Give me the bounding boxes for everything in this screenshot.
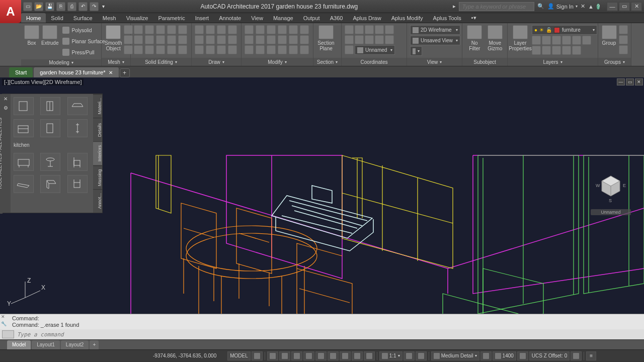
search-button-icon[interactable]: 🔍 — [537, 3, 544, 10]
draw-tool-icon[interactable] — [228, 25, 237, 34]
dynucs-toggle[interactable] — [352, 351, 363, 360]
modify-tool-icon[interactable] — [267, 35, 276, 44]
osnap-toggle[interactable] — [315, 351, 327, 360]
view-options-dropdown[interactable]: ▾ — [410, 46, 422, 56]
palette-close-icon[interactable]: ✕ — [4, 96, 10, 102]
smooth-object-button[interactable]: Smooth Object — [105, 25, 122, 51]
tab-aplus-modify[interactable]: Aplus Modify — [386, 13, 428, 23]
new-tab-button[interactable]: + — [120, 68, 130, 77]
no-filter-button[interactable]: No Filter — [465, 25, 484, 51]
layer-tool-icon[interactable] — [532, 36, 541, 45]
panel-label-draw[interactable]: Draw▾ — [192, 58, 241, 66]
qat-more-icon[interactable]: ▾ — [101, 2, 106, 11]
tab-parametric[interactable]: Parametric — [153, 13, 190, 23]
cmd-wrench-icon[interactable]: 🔧 — [1, 321, 8, 327]
tab-view[interactable]: View — [246, 13, 268, 23]
coord-tool-icon[interactable] — [385, 25, 394, 34]
modify-tool-icon[interactable] — [278, 25, 287, 34]
solid-tool-icon[interactable] — [134, 25, 143, 34]
coord-tool-icon[interactable] — [375, 25, 384, 34]
palette-tab[interactable]: Details — [93, 118, 102, 141]
draw-tool-icon[interactable] — [217, 35, 226, 44]
panel-label-modeling[interactable]: Modeling▾ — [21, 59, 101, 66]
tab-visualize[interactable]: Visualize — [121, 13, 153, 23]
palette-item[interactable] — [14, 153, 34, 171]
modify-tool-icon[interactable] — [245, 45, 254, 54]
layer-tool-icon[interactable] — [562, 36, 571, 45]
command-prompt-icon[interactable]: ▷_ — [2, 330, 14, 338]
modify-tool-icon[interactable] — [300, 45, 309, 54]
elevation-button[interactable]: 1400 — [493, 351, 516, 360]
command-input[interactable] — [17, 331, 642, 338]
modify-tool-icon[interactable] — [245, 25, 254, 34]
modify-tool-icon[interactable] — [256, 35, 265, 44]
detail-level-button[interactable]: Medium Detail▾ — [431, 351, 479, 360]
qat-open-icon[interactable]: 📂 — [34, 2, 43, 11]
panel-label-mesh[interactable]: Mesh▾ — [102, 58, 130, 66]
app-menu-button[interactable]: A — [0, 0, 21, 23]
group-tool-icon[interactable] — [619, 35, 628, 44]
isodraft-toggle[interactable] — [303, 351, 314, 360]
saved-view-dropdown[interactable]: Unsaved View▾ — [410, 36, 460, 45]
solid-tool-icon[interactable] — [167, 45, 176, 54]
coord-tool-icon[interactable] — [375, 35, 384, 44]
layer-tool-icon[interactable] — [552, 36, 561, 45]
panel-label-modify[interactable]: Modify▾ — [242, 58, 313, 66]
modify-tool-icon[interactable] — [289, 25, 298, 34]
coord-tool-icon[interactable] — [345, 25, 354, 34]
minimize-button[interactable]: — — [607, 2, 618, 11]
modify-tool-icon[interactable] — [289, 35, 298, 44]
solid-tool-icon[interactable] — [167, 25, 176, 34]
qat-save-icon[interactable]: 💾 — [45, 2, 54, 11]
draw-tool-icon[interactable] — [217, 25, 226, 34]
modify-tool-icon[interactable] — [300, 35, 309, 44]
tab-annotate[interactable]: Annotate — [214, 13, 246, 23]
group-button[interactable]: Group — [601, 25, 617, 46]
layout-tab[interactable]: Layout2 — [61, 340, 89, 349]
layer-dropdown[interactable]: ● ☀ 🔓 furniture▾ — [532, 25, 597, 35]
snap-toggle[interactable] — [267, 351, 278, 360]
polysolid-button[interactable]: Polysolid — [60, 25, 107, 35]
coord-tool-icon[interactable] — [385, 35, 394, 44]
tab-output[interactable]: Output — [298, 13, 325, 23]
tab-manage[interactable]: Manage — [268, 13, 298, 23]
modify-tool-icon[interactable] — [289, 45, 298, 54]
palette-tab[interactable]: Materi... — [93, 94, 102, 118]
panel-label-section[interactable]: Section▾ — [313, 58, 341, 66]
tool-palette[interactable]: TOOL PALETTES - ALL PALETTES ✕ ⚙ kitchen… — [2, 94, 103, 213]
move-gizmo-button[interactable]: Move Gizmo — [486, 25, 505, 51]
panel-label-layers[interactable]: Layers▾ — [508, 58, 598, 66]
tab-home[interactable]: Home — [21, 13, 46, 23]
draw-tool-icon[interactable] — [195, 35, 204, 44]
panel-label-groups[interactable]: Groups▾ — [598, 58, 631, 66]
modify-tool-icon[interactable] — [256, 25, 265, 34]
coord-tool-icon[interactable] — [355, 35, 364, 44]
palette-props-icon[interactable]: ⚙ — [4, 105, 10, 111]
visual-style-dropdown[interactable]: 2D Wireframe▾ — [410, 25, 460, 35]
draw-tool-icon[interactable] — [206, 25, 215, 34]
solid-tool-icon[interactable] — [156, 35, 165, 44]
solid-tool-icon[interactable] — [178, 45, 187, 54]
palette-item[interactable] — [14, 175, 34, 193]
palette-item[interactable] — [67, 119, 88, 137]
palette-item[interactable] — [40, 119, 60, 137]
modify-tool-icon[interactable] — [256, 45, 265, 54]
view-cube[interactable]: W E S Unnamed — [591, 166, 631, 216]
maximize-button[interactable]: ▭ — [619, 2, 630, 11]
anno-vis-toggle[interactable] — [416, 351, 427, 360]
palette-tab[interactable]: Massing — [93, 165, 102, 189]
layer-tool-icon[interactable] — [582, 36, 591, 45]
solid-tool-icon[interactable] — [145, 45, 154, 54]
cut-plane-toggle[interactable] — [480, 351, 492, 360]
ucs-dropdown[interactable]: Unnamed▾ — [355, 45, 395, 55]
ucs-icon[interactable]: Z X Y — [5, 278, 45, 308]
modify-tool-icon[interactable] — [278, 45, 287, 54]
a360-icon[interactable]: ▲ — [588, 4, 594, 10]
layer-tool-icon[interactable] — [542, 36, 551, 45]
dyninput-toggle[interactable] — [364, 351, 375, 360]
draw-tool-icon[interactable] — [228, 35, 237, 44]
solid-tool-icon[interactable] — [167, 35, 176, 44]
box-button[interactable]: Box — [24, 25, 39, 46]
solid-tool-icon[interactable] — [178, 35, 187, 44]
help-icon[interactable]: ? — [597, 4, 600, 10]
